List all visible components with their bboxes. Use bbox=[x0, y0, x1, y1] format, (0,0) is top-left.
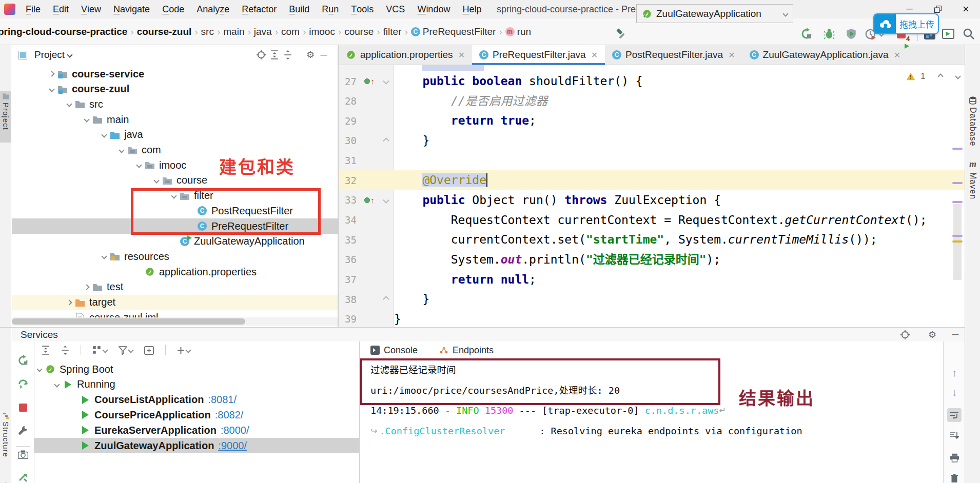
breadcrumb-item[interactable]: mrun bbox=[504, 26, 532, 37]
breadcrumb-item[interactable]: filter bbox=[382, 26, 403, 37]
locate-file-icon[interactable] bbox=[254, 50, 268, 59]
menu-help[interactable]: Help bbox=[456, 0, 487, 18]
fold-marker-icon[interactable] bbox=[383, 296, 389, 303]
breadcrumb-item[interactable]: CPreRequestFilter bbox=[410, 26, 497, 37]
menu-navigate[interactable]: Navigate bbox=[107, 0, 156, 18]
project-tree-item-ZuulGatewayApplication[interactable]: CZuulGatewayApplication bbox=[12, 234, 338, 249]
override-gutter-icon[interactable]: ↑ bbox=[364, 197, 375, 203]
project-dropdown-chevron-icon[interactable] bbox=[67, 52, 72, 57]
code-line-35[interactable]: 35 currentContext.set("startTime", Syste… bbox=[339, 230, 965, 250]
service-port-link[interactable]: :8000/ bbox=[221, 425, 249, 436]
run-anything-button[interactable] bbox=[941, 27, 955, 41]
code-editor[interactable]: @Override 27↑ public boolean shouldFilte… bbox=[339, 65, 965, 327]
service-item-Running[interactable]: Running bbox=[34, 377, 359, 392]
scroll-to-end-icon[interactable] bbox=[944, 429, 965, 442]
expand-all-icon[interactable] bbox=[268, 50, 281, 59]
breadcrumb-item[interactable]: src bbox=[200, 26, 215, 37]
fold-marker-icon[interactable] bbox=[383, 197, 389, 204]
debug-button[interactable] bbox=[822, 27, 836, 41]
add-configuration-icon[interactable] bbox=[177, 347, 190, 354]
tool-stripe-database-tab[interactable]: Database bbox=[965, 94, 980, 147]
services-collapse-all-icon[interactable] bbox=[61, 346, 69, 355]
inspection-widget[interactable]: 1 bbox=[906, 71, 960, 82]
services-build-icon[interactable] bbox=[12, 471, 34, 483]
tool-stripe-maven-tab[interactable]: m Maven bbox=[965, 157, 980, 199]
code-line-34[interactable]: 34 RequestContext currentContext = Reque… bbox=[339, 210, 965, 230]
rerun-button[interactable] bbox=[799, 27, 814, 41]
console-panel-tab-endpoints[interactable]: Endpoints bbox=[439, 345, 494, 356]
next-problem-icon[interactable] bbox=[955, 73, 961, 79]
services-rerun-failed-icon[interactable] bbox=[12, 378, 34, 390]
clear-console-trash-icon[interactable] bbox=[944, 472, 965, 483]
project-tree-item-course-service[interactable]: course-service bbox=[12, 66, 338, 82]
menu-code[interactable]: Code bbox=[156, 0, 190, 18]
project-tree-horizontal-scrollbar[interactable] bbox=[12, 317, 338, 326]
service-item-Spring Boot[interactable]: Spring Boot bbox=[34, 361, 359, 377]
wrench-icon[interactable] bbox=[12, 424, 34, 436]
service-port-link[interactable]: :8082/ bbox=[215, 409, 244, 421]
code-line-30[interactable]: 30 } bbox=[339, 131, 965, 151]
project-tree-item-test[interactable]: test bbox=[12, 279, 338, 295]
services-locate-icon[interactable] bbox=[898, 330, 912, 339]
fold-marker-icon[interactable] bbox=[383, 78, 389, 85]
project-tree-item-java[interactable]: java bbox=[12, 127, 338, 143]
breadcrumb-item[interactable]: course-zuul bbox=[136, 26, 193, 37]
code-line-27[interactable]: 27↑ public boolean shouldFilter() { bbox=[339, 71, 965, 91]
breadcrumb-item[interactable]: course bbox=[343, 26, 375, 37]
close-tab-icon[interactable]: ✕ bbox=[458, 50, 465, 60]
code-line-39[interactable]: 39} bbox=[339, 309, 965, 327]
search-everywhere-icon[interactable] bbox=[962, 27, 976, 41]
project-tree-item-main[interactable]: main bbox=[12, 112, 338, 127]
console-panel-tab-console[interactable]: Console bbox=[370, 345, 418, 356]
services-hide-icon[interactable]: ─ bbox=[949, 329, 962, 340]
close-tab-icon[interactable]: ✕ bbox=[591, 50, 598, 60]
services-stop-icon[interactable] bbox=[12, 401, 34, 414]
soft-wrap-icon[interactable] bbox=[947, 408, 962, 422]
menu-file[interactable]: File bbox=[19, 0, 47, 18]
code-line-38[interactable]: 38 } bbox=[339, 289, 965, 309]
scroll-down-icon[interactable]: ↓ bbox=[944, 386, 965, 399]
editor-tab-PreRequestFilter.java[interactable]: CPreRequestFilter.java✕ bbox=[472, 45, 605, 65]
upload-tooltip[interactable]: 拖拽上传 bbox=[873, 13, 939, 34]
menu-build[interactable]: Build bbox=[283, 0, 316, 18]
tool-stripe-favorites-tab[interactable]: Favorites bbox=[0, 480, 11, 483]
code-line-36[interactable]: 36 System.out.println("过滤器已经记录时间"); bbox=[339, 250, 965, 270]
menu-run[interactable]: Run bbox=[316, 0, 345, 18]
code-line-28[interactable]: 28 //是否启用过滤器 bbox=[339, 91, 965, 111]
service-port-link[interactable]: :9000/ bbox=[218, 440, 247, 452]
breadcrumb-item[interactable]: imooc bbox=[308, 26, 336, 37]
tool-stripe-project-tab[interactable]: Project bbox=[0, 91, 11, 143]
run-with-coverage-button[interactable] bbox=[844, 27, 858, 41]
close-tab-icon[interactable]: ✕ bbox=[894, 50, 900, 60]
prev-problem-icon[interactable] bbox=[938, 73, 944, 79]
group-by-icon[interactable] bbox=[92, 346, 107, 355]
editor-tab-application.properties[interactable]: application.properties✕ bbox=[339, 45, 472, 65]
error-stripe-mark[interactable] bbox=[952, 182, 963, 184]
close-button[interactable]: × bbox=[952, 0, 980, 18]
breadcrumb-item[interactable]: java bbox=[253, 26, 273, 37]
collapse-all-icon[interactable] bbox=[281, 50, 295, 59]
menu-refactor[interactable]: Refactor bbox=[236, 0, 283, 18]
breadcrumb-item[interactable]: pring-cloud-course-practice bbox=[0, 26, 128, 37]
override-gutter-icon[interactable]: ↑ bbox=[364, 78, 375, 84]
project-panel-title[interactable]: Project bbox=[34, 49, 65, 61]
services-rerun-icon[interactable] bbox=[12, 354, 34, 367]
code-line-33[interactable]: 33↑ public Object run() throws ZuulExcep… bbox=[339, 190, 965, 210]
service-item-CourseListApplication[interactable]: CourseListApplication:8081/ bbox=[34, 392, 359, 408]
services-settings-gear-icon[interactable]: ⚙ bbox=[926, 329, 939, 340]
code-line-31[interactable]: 31 bbox=[339, 151, 965, 171]
menu-edit[interactable]: Edit bbox=[47, 0, 75, 18]
print-icon[interactable] bbox=[944, 451, 965, 465]
menu-vcs[interactable]: VCS bbox=[380, 0, 411, 18]
services-console-splitter[interactable] bbox=[359, 341, 360, 483]
tool-stripe-structure-tab[interactable]: Structure bbox=[0, 410, 11, 457]
error-stripe-warning-mark[interactable] bbox=[952, 240, 963, 243]
project-tree-item-resources[interactable]: resources bbox=[12, 249, 338, 264]
menu-analyze[interactable]: Analyze bbox=[190, 0, 236, 18]
scroll-up-icon[interactable]: ↑ bbox=[944, 366, 965, 379]
add-service-frame-icon[interactable] bbox=[144, 346, 154, 355]
service-item-EurekaServerApplication[interactable]: EurekaServerApplication:8000/ bbox=[34, 422, 359, 438]
hide-panel-icon[interactable]: ─ bbox=[317, 50, 330, 61]
breadcrumb-item[interactable]: main bbox=[222, 26, 245, 37]
filter-icon[interactable] bbox=[119, 346, 133, 355]
